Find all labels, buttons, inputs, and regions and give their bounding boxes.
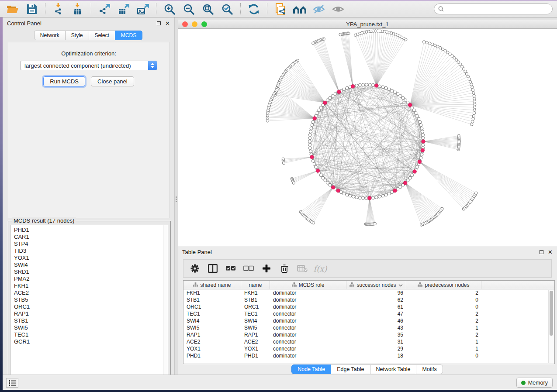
table-row[interactable]: STB1STB1dominator620 <box>183 296 554 303</box>
cell-successor-nodes: 62 <box>346 297 406 303</box>
network-window-titlebar[interactable]: YPA_prune.txt_1 <box>178 20 557 29</box>
minimize-window-icon[interactable] <box>192 21 197 27</box>
mcds-list-scrollbar[interactable] <box>163 225 168 380</box>
cell-successor-nodes: 35 <box>346 332 406 338</box>
column-header-successor-nodes[interactable]: successor nodes <box>346 281 406 289</box>
mcds-result-item[interactable]: SWI5 <box>14 324 168 331</box>
export-network-button[interactable] <box>96 2 113 16</box>
mcds-result-item[interactable]: RAP1 <box>14 310 168 317</box>
table-row[interactable]: RAP1RAP1dominator352 <box>183 331 554 338</box>
table-row[interactable]: ORC1ORC1dominator610 <box>183 303 554 310</box>
cell-predecessor-nodes: 2 <box>406 318 481 324</box>
mcds-result-item[interactable]: CAR1 <box>14 234 168 241</box>
column-header-shared-name[interactable]: shared name <box>183 281 241 289</box>
column-header-predecessor-nodes[interactable]: predecessor nodes <box>406 281 481 289</box>
criterion-dropdown[interactable]: largest connected component (undirected) <box>20 61 157 70</box>
close-panel-button[interactable]: Close panel <box>91 76 134 86</box>
tab-network-table[interactable]: Network Table <box>370 364 417 374</box>
cell-MCDS-role: dominator <box>270 318 346 324</box>
first-neighbors-button[interactable] <box>291 2 308 16</box>
close-window-icon[interactable] <box>182 21 188 27</box>
tab-select[interactable]: Select <box>89 31 115 40</box>
column-header-name[interactable]: name <box>241 281 270 289</box>
mcds-result-item[interactable]: STB5 <box>14 296 168 303</box>
table-row[interactable]: PHD1PHD1dominator180 <box>183 352 554 359</box>
table-row[interactable]: SWI4SWI4dominator462 <box>183 317 554 324</box>
mcds-result-item[interactable]: TID3 <box>14 248 168 254</box>
mcds-result-list[interactable]: PHD1CAR1STP4TID3YOX1SWI4SRD1PMA2FKH1ACE2… <box>10 225 168 381</box>
table-row[interactable]: SWI5SWI5connector431 <box>183 324 554 331</box>
search-box[interactable] <box>434 3 553 14</box>
refresh-layout-button[interactable] <box>246 2 262 16</box>
mcds-result-item[interactable]: STB1 <box>14 317 168 324</box>
tab-style[interactable]: Style <box>65 31 89 40</box>
tab-node-table[interactable]: Node Table <box>291 364 331 374</box>
zoom-in-button[interactable] <box>161 2 178 16</box>
cell-successor-nodes: 61 <box>346 304 406 310</box>
tab-motifs[interactable]: Motifs <box>416 364 443 374</box>
delete-column-button[interactable] <box>279 263 290 274</box>
tab-edge-table[interactable]: Edge Table <box>331 364 370 374</box>
control-panel-title: Control Panel <box>7 20 42 27</box>
settings-gear-button[interactable] <box>190 263 200 274</box>
main-toolbar <box>0 0 557 17</box>
run-mcds-button[interactable]: Run MCDS <box>43 76 85 86</box>
mcds-result-item[interactable]: GCR1 <box>14 338 168 345</box>
table-scrollbar[interactable] <box>548 290 554 363</box>
hide-selected-button[interactable] <box>311 2 327 16</box>
export-image-button[interactable] <box>135 2 151 16</box>
sort-desc-icon <box>398 282 403 288</box>
column-selector-button[interactable] <box>208 263 218 274</box>
show-all-button[interactable] <box>330 2 346 16</box>
mcds-panel: Optimization criterion: largest connecte… <box>8 42 170 218</box>
new-network-from-selection-button[interactable] <box>272 2 289 16</box>
column-header-MCDS-role[interactable]: MCDS role <box>270 281 346 289</box>
import-network-button[interactable] <box>50 2 67 16</box>
mcds-result-item[interactable]: SRD1 <box>14 268 168 275</box>
close-table-panel-icon[interactable]: ✕ <box>548 249 553 255</box>
add-column-button[interactable] <box>261 263 272 274</box>
float-panel-icon[interactable] <box>157 21 161 25</box>
mcds-result-item[interactable]: FKH1 <box>14 282 168 289</box>
cell-MCDS-role: dominator <box>270 297 346 303</box>
float-table-panel-icon[interactable] <box>540 250 543 254</box>
tab-mcds[interactable]: MCDS <box>115 31 142 40</box>
import-table-button[interactable] <box>69 2 86 16</box>
table-row[interactable]: ACE2ACE2connector311 <box>183 338 554 345</box>
table-row[interactable]: YOX1YOX1connector291 <box>183 345 554 352</box>
memory-button[interactable]: Memory <box>516 378 553 388</box>
mcds-result-item[interactable]: TEC1 <box>14 331 168 338</box>
search-input[interactable] <box>446 6 548 13</box>
select-all-button[interactable] <box>225 263 236 274</box>
cell-predecessor-nodes: 2 <box>406 311 481 317</box>
close-panel-icon[interactable]: ✕ <box>165 21 170 26</box>
panel-splitter[interactable] <box>175 17 178 375</box>
deselect-all-button[interactable] <box>243 263 254 274</box>
mcds-result-item[interactable]: ORC1 <box>14 303 168 310</box>
zoom-selected-button[interactable] <box>219 2 235 16</box>
table-scrollbar-thumb[interactable] <box>550 291 553 336</box>
zoom-out-button[interactable] <box>180 2 197 16</box>
table-row[interactable]: TEC1TEC1connector472 <box>183 310 554 317</box>
node-table-header[interactable]: shared namenameMCDS rolesuccessor nodesp… <box>183 281 554 289</box>
mcds-result-item[interactable]: STP4 <box>14 241 168 248</box>
zoom-fit-button[interactable] <box>200 2 216 16</box>
maximize-window-icon[interactable] <box>201 21 207 27</box>
open-file-button[interactable] <box>4 2 21 16</box>
table-toolbar: f(x) <box>183 259 552 278</box>
export-table-button[interactable] <box>115 2 132 16</box>
save-session-button[interactable] <box>24 2 40 16</box>
task-history-button[interactable] <box>6 378 18 388</box>
network-canvas[interactable] <box>178 29 557 246</box>
mcds-result-item[interactable]: PHD1 <box>14 227 168 234</box>
mcds-result-item[interactable]: ACE2 <box>14 289 168 296</box>
cell-successor-nodes: 43 <box>346 325 406 331</box>
control-panel-tabs: NetworkStyleSelectMCDS <box>3 31 174 40</box>
table-row[interactable]: FKH1FKH1dominator962 <box>183 289 554 296</box>
mcds-result-item[interactable]: YOX1 <box>14 254 168 261</box>
mcds-result-item[interactable]: SWI4 <box>14 261 168 268</box>
mcds-result-item[interactable]: PMA2 <box>14 275 168 282</box>
node-table[interactable]: shared namenameMCDS rolesuccessor nodesp… <box>183 280 555 364</box>
cell-shared-name: STB1 <box>183 297 241 303</box>
tab-network[interactable]: Network <box>34 31 66 40</box>
